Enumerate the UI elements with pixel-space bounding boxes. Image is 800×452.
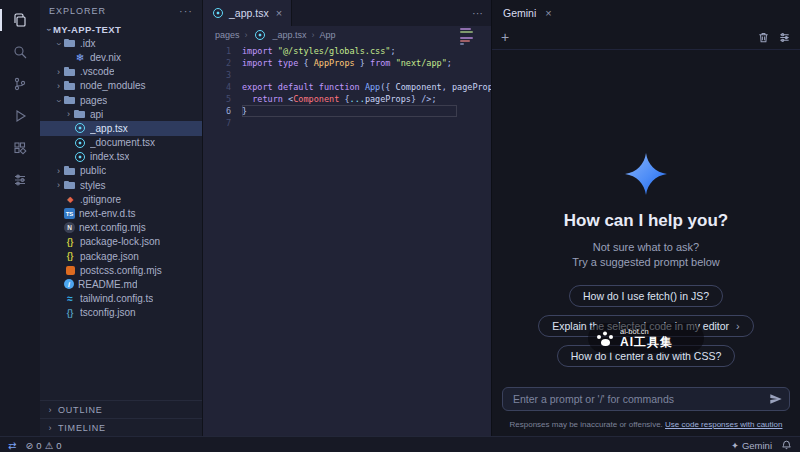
tree-item-public[interactable]: ›public <box>40 164 202 178</box>
tree-item-README.md[interactable]: ›iREADME.md <box>40 277 202 291</box>
tree-item-dev.nix[interactable]: ›❄dev.nix <box>40 50 202 64</box>
code-line-2[interactable]: 2import type { AppProps } from "next/app… <box>203 57 491 69</box>
explorer-more-actions-icon[interactable]: ··· <box>179 5 193 17</box>
tree-item-styles[interactable]: ›styles <box>40 178 202 192</box>
file-label: .gitignore <box>80 194 121 205</box>
extensions-icon[interactable] <box>0 132 40 164</box>
line-number: 3 <box>203 69 242 81</box>
file-label: tailwind.config.ts <box>80 293 153 304</box>
ts-icon: TS <box>64 208 75 219</box>
outline-section[interactable]: › OUTLINE <box>40 400 202 418</box>
file-label: .vscode <box>80 66 114 77</box>
tree-item-package-lock.json[interactable]: ›{}package-lock.json <box>40 235 202 249</box>
problems-indicator[interactable]: ⊘0 ⚠0 <box>25 440 61 451</box>
file-tree: › MY-APP-TEXT ›.idx›❄dev.nix›.vscode›nod… <box>40 22 202 400</box>
tree-item-tsconfig.json[interactable]: ›{}tsconfig.json <box>40 306 202 320</box>
tab-gemini[interactable]: Gemini × <box>492 0 563 25</box>
explorer-sidebar: EXPLORER ··· › MY-APP-TEXT ›.idx›❄dev.ni… <box>40 0 203 436</box>
file-label: next.config.mjs <box>79 222 146 233</box>
chevron-right-icon: › <box>54 180 63 190</box>
settings-icon[interactable] <box>778 31 791 44</box>
line-number: 5 <box>203 93 242 105</box>
notifications-bell-icon[interactable] <box>781 440 792 451</box>
file-label: public <box>80 165 106 176</box>
code-line-6[interactable]: 6} <box>203 105 491 117</box>
remote-icon[interactable]: ⇄ <box>8 440 16 451</box>
editor-more-actions-icon[interactable]: ··· <box>472 0 483 26</box>
app-window: EXPLORER ··· › MY-APP-TEXT ›.idx›❄dev.ni… <box>0 0 800 436</box>
tree-item-.idx[interactable]: ›.idx <box>40 36 202 50</box>
tree-item-index.tsx[interactable]: ›index.tsx <box>40 150 202 164</box>
code-line-3[interactable]: 3 <box>203 69 491 81</box>
file-label: pages <box>80 95 107 106</box>
file-label: package-lock.json <box>80 236 160 247</box>
chevron-right-icon: › <box>54 67 63 77</box>
settings-sliders-icon[interactable] <box>0 164 40 196</box>
line-number: 4 <box>203 81 242 93</box>
breadcrumb-pages[interactable]: pages <box>215 30 240 40</box>
outline-label: OUTLINE <box>58 405 103 415</box>
panel-tab-bar: Gemini × <box>492 0 800 25</box>
react-icon <box>74 151 86 163</box>
close-panel-icon[interactable]: × <box>545 7 551 19</box>
folder-icon <box>64 165 76 177</box>
folder-icon <box>64 66 76 78</box>
code-line-7[interactable]: 7 <box>203 117 491 129</box>
tree-item-postcss.config.mjs[interactable]: ›postcss.config.mjs <box>40 263 202 277</box>
tree-item-package.json[interactable]: ›{}package.json <box>40 249 202 263</box>
tree-item-api[interactable]: ›api <box>40 107 202 121</box>
code-line-1[interactable]: 1import "@/styles/globals.css"; <box>203 45 491 57</box>
postcss-icon <box>64 264 76 276</box>
code-area[interactable]: 1import "@/styles/globals.css";2import t… <box>203 43 491 436</box>
tree-item-.vscode[interactable]: ›.vscode <box>40 65 202 79</box>
run-debug-icon[interactable] <box>0 100 40 132</box>
json-icon: {} <box>64 236 76 248</box>
timeline-section[interactable]: › TIMELINE <box>40 418 202 436</box>
file-label: next-env.d.ts <box>79 208 136 219</box>
source-control-icon[interactable] <box>0 68 40 100</box>
tree-item-_document.tsx[interactable]: ›_document.tsx <box>40 136 202 150</box>
prompt-chip-1[interactable]: How do I use fetch() in JS? <box>569 285 723 307</box>
new-chat-icon[interactable]: + <box>501 30 509 44</box>
watermark-url: ai-bot.cn <box>620 328 673 336</box>
breadcrumb-symbol[interactable]: App <box>320 30 336 40</box>
file-label: .idx <box>80 38 96 49</box>
file-label: styles <box>80 180 106 191</box>
code-line-4[interactable]: 4export default function App({ Component… <box>203 81 491 93</box>
project-root[interactable]: › MY-APP-TEXT <box>40 22 202 36</box>
project-root-label: MY-APP-TEXT <box>53 24 121 35</box>
breadcrumb-separator: › <box>245 30 248 40</box>
chevron-right-icon: › <box>54 81 63 91</box>
tree-item-next.config.mjs[interactable]: ›Nnext.config.mjs <box>40 221 202 235</box>
line-number: 7 <box>203 117 242 129</box>
warnings-icon: ⚠ <box>45 440 54 451</box>
chevron-right-icon: › <box>736 320 740 332</box>
line-content: } <box>242 105 247 117</box>
search-icon[interactable] <box>0 36 40 68</box>
gemini-status-item[interactable]: ✦ Gemini <box>731 440 772 451</box>
editor-group: _app.tsx × ··· pages › _app.tsx › App 1i… <box>203 0 492 436</box>
minimap[interactable] <box>460 28 473 45</box>
trash-icon[interactable] <box>757 31 770 44</box>
chevron-right-icon: › <box>46 405 55 415</box>
line-content: import type { AppProps } from "next/app"… <box>242 57 452 69</box>
tree-item-tailwind.config.ts[interactable]: ›≈tailwind.config.ts <box>40 292 202 306</box>
chevron-right-icon: › <box>54 166 63 176</box>
breadcrumb: pages › _app.tsx › App <box>203 26 491 43</box>
caution-link[interactable]: Use code responses with caution <box>665 420 782 429</box>
explorer-icon[interactable] <box>0 4 40 36</box>
tsconfig-icon: {} <box>64 307 76 319</box>
breadcrumb-separator: › <box>312 30 315 40</box>
tree-item-node_modules[interactable]: ›node_modules <box>40 79 202 93</box>
prompt-input[interactable] <box>502 387 790 411</box>
watermark: ai-bot.cn AI工具集 <box>588 323 704 353</box>
tree-item-_app.tsx[interactable]: ›_app.tsx <box>40 121 202 135</box>
tree-item-pages[interactable]: ›pages <box>40 93 202 107</box>
tab-app-tsx[interactable]: _app.tsx × <box>203 0 292 26</box>
code-line-5[interactable]: 5 return <Component {...pageProps} />; <box>203 93 491 105</box>
breadcrumb-file[interactable]: _app.tsx <box>253 29 307 41</box>
close-tab-icon[interactable]: × <box>276 7 282 19</box>
send-icon[interactable] <box>769 392 783 410</box>
tree-item-next-env.d.ts[interactable]: ›TSnext-env.d.ts <box>40 206 202 220</box>
tree-item-.gitignore[interactable]: ›◆.gitignore <box>40 192 202 206</box>
